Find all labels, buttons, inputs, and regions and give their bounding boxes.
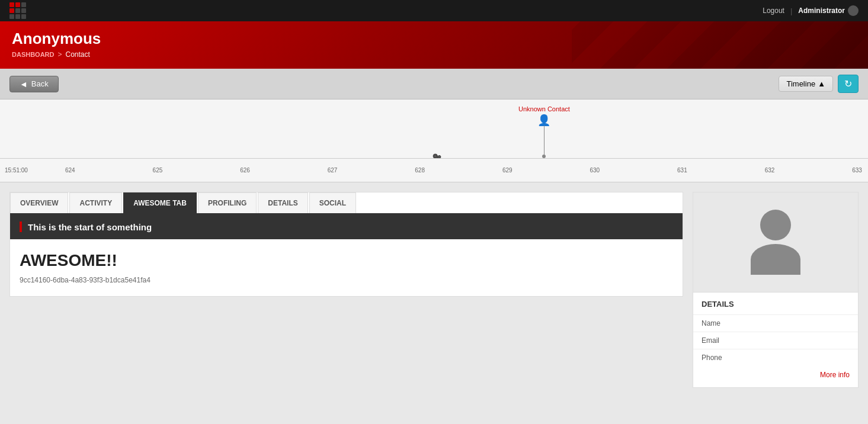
awesome-id: 9cc14160-6dba-4a83-93f3-b1dca5e41fa4 [20,276,673,284]
nav-divider: | [790,7,792,15]
avatar-body [751,244,800,275]
tick-633: 633 [852,167,862,174]
right-panel: DETAILS Name Email Phone More info [693,192,859,388]
breadcrumb-home[interactable]: DASHBOARD [12,51,55,58]
timeline-button[interactable]: Timeline ▲ [779,76,833,92]
unknown-contact-label: Unknown Contact [518,105,570,113]
details-card: DETAILS Name Email Phone More info [693,293,859,388]
refresh-icon: ↻ [844,79,852,89]
tab-overview[interactable]: OVERVIEW [10,192,68,213]
avatar [751,210,800,275]
back-label: Back [31,79,49,88]
tabs-bar: OVERVIEW ACTIVITY AWESOME TAB PROFILING … [10,192,683,214]
tab-activity[interactable]: ACTIVITY [69,192,122,213]
toolbar-right: Timeline ▲ ↻ [779,75,859,93]
tab-profiling[interactable]: PROFILING [198,192,257,213]
logo [9,2,26,19]
timeline-marker: Unknown Contact 👤 [518,105,570,158]
user-avatar-icon [848,5,859,16]
avatar-card [693,192,859,293]
main-content: OVERVIEW ACTIVITY AWESOME TAB PROFILING … [0,182,868,397]
tick-630: 630 [590,167,600,174]
tab-awesome-tab[interactable]: AWESOME TAB [123,192,197,213]
tick-631: 631 [677,167,687,174]
details-name-row: Name [693,314,858,332]
topbar: Logout | Administrator [0,0,868,21]
tab-details[interactable]: DETAILS [258,192,308,213]
page-title: Anonymous [12,30,856,48]
breadcrumb-current: Contact [66,50,90,59]
refresh-button[interactable]: ↻ [838,75,859,93]
user-label: Administrator [798,7,845,15]
content-header-title: This is the start of something [28,222,152,232]
back-arrow-icon: ◄ [20,79,28,89]
timeline-time-label: 15:51:00 [0,167,65,174]
left-panel: OVERVIEW ACTIVITY AWESOME TAB PROFILING … [9,192,683,297]
timeline-vertical-line [544,126,544,156]
tick-632: 632 [765,167,775,174]
tick-625: 625 [153,167,163,174]
tick-627: 627 [328,167,338,174]
tick-628: 628 [415,167,425,174]
breadcrumb: DASHBOARD > Contact [12,50,856,59]
timeline-label: Timeline [786,79,815,88]
header-banner: Anonymous DASHBOARD > Contact [0,21,868,69]
tick-624: 624 [65,167,75,174]
logout-link[interactable]: Logout [763,7,784,15]
content-body: AWESOME!! 9cc14160-6dba-4a83-93f3-b1dca5… [10,239,683,296]
content-header-bar [20,221,22,232]
details-phone-row: Phone [693,349,858,366]
user-info: Administrator [798,5,859,16]
details-section-title: DETAILS [693,300,858,314]
toolbar: ◄ Back Timeline ▲ ↻ [0,69,868,99]
details-email-row: Email [693,332,858,349]
awesome-title: AWESOME!! [20,251,673,270]
tab-social[interactable]: SOCIAL [309,192,356,213]
tick-629: 629 [502,167,513,174]
back-button[interactable]: ◄ Back [9,76,59,92]
logo-grid [9,2,26,19]
timeline-area: Unknown Contact 👤 🎥 15:51:00 624 625 626… [0,99,868,182]
more-info-link[interactable]: More info [693,366,858,380]
breadcrumb-separator: > [58,50,62,59]
tab-content-area: This is the start of something AWESOME!!… [10,214,683,296]
tick-626: 626 [240,167,250,174]
timeline-arrow-icon: ▲ [818,79,825,88]
content-header: This is the start of something [10,214,683,239]
person-icon: 👤 [539,115,549,126]
avatar-head [760,210,791,240]
